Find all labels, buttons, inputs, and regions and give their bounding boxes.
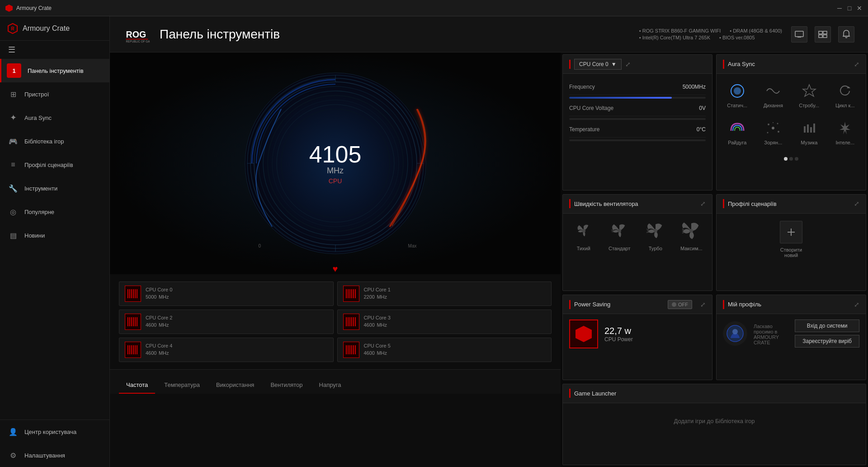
- sidebar-item-settings[interactable]: ⚙ Налаштування: [0, 443, 109, 467]
- fan-item-silent[interactable]: Тихий: [567, 218, 600, 255]
- core-card-value-0: 5000 MHz: [146, 292, 328, 300]
- temperature-bar: [569, 139, 706, 141]
- game-launcher-content: Додати ігри до Бібліотека ігор: [563, 403, 866, 439]
- aura-item-music[interactable]: Музика: [793, 115, 826, 149]
- tab-frequency[interactable]: Частота: [119, 377, 155, 394]
- svg-rect-40: [810, 127, 812, 133]
- login-button[interactable]: Вхід до системи: [795, 319, 859, 332]
- panel-accent-scenarios: [723, 199, 724, 208]
- expand-scenarios-button[interactable]: ⤢: [854, 200, 859, 207]
- notification-button[interactable]: [838, 26, 854, 43]
- fan-item-standard[interactable]: Стандарт: [604, 218, 636, 255]
- core-card-value-3: 4600 MHz: [364, 320, 546, 329]
- sidebar-item-tools[interactable]: 🔧 Інструменти: [0, 176, 109, 200]
- fan-silent-label: Тихий: [577, 246, 590, 251]
- restore-button[interactable]: □: [846, 5, 853, 11]
- expand-power-button[interactable]: ⤢: [700, 301, 706, 308]
- sidebar-item-dashboard[interactable]: 1 Панель інструментів: [0, 59, 109, 82]
- aura-cycle-label: Цикл к...: [835, 103, 855, 108]
- sidebar-item-news-label: Новини: [24, 232, 45, 239]
- core-icon-inner-0: [127, 289, 138, 298]
- gauge-area: 4105 MHz CPU 0 Max ♥: [110, 52, 561, 274]
- page-title: Панель інструментів: [160, 27, 630, 42]
- aura-item-strobing[interactable]: Стробу...: [793, 78, 826, 112]
- library-icon: 🎮: [8, 136, 18, 146]
- power-icon-inner: [576, 326, 592, 342]
- layout-button[interactable]: [815, 26, 831, 43]
- close-button[interactable]: ✕: [856, 5, 863, 11]
- fan-item-max[interactable]: Максим...: [675, 218, 708, 255]
- aura-item-static[interactable]: Статич...: [721, 78, 754, 112]
- sidebar-item-library[interactable]: 🎮 Бібліотека ігор: [0, 129, 109, 153]
- expand-profile-button[interactable]: ⤢: [854, 301, 859, 308]
- aura-item-starry[interactable]: Зорян...: [757, 115, 790, 149]
- chevron-down-icon: ▼: [611, 61, 617, 67]
- sidebar-item-news[interactable]: ▤ Новини: [0, 224, 109, 247]
- expand-fan-button[interactable]: ⤢: [700, 200, 706, 207]
- tab-usage[interactable]: Використання: [209, 377, 261, 394]
- core-icon-inner-4: [127, 345, 138, 354]
- monitor-button[interactable]: [791, 26, 807, 43]
- main-panel: 4105 MHz CPU 0 Max ♥: [110, 52, 561, 467]
- expand-aura-button[interactable]: ⤢: [854, 61, 859, 68]
- aura-item-rainbow[interactable]: Райдуга: [721, 115, 754, 149]
- aura-dot-1[interactable]: [789, 157, 793, 161]
- power-saving-toggle[interactable]: OFF: [668, 300, 692, 309]
- tab-temperature[interactable]: Температура: [157, 377, 207, 394]
- svg-point-33: [768, 124, 769, 125]
- svg-rect-9: [819, 31, 822, 34]
- temperature-metric-row: Temperature 0°C: [569, 122, 706, 138]
- aura-dot-2[interactable]: [795, 157, 798, 161]
- fan-panel-title: Швидкість вентилятора: [574, 200, 697, 207]
- app-body: R Armoury Crate ☰ 1 Панель інструментів …: [0, 16, 868, 467]
- power-saving-panel: Power Saving OFF ⤢ 22,7 w CPU: [562, 295, 712, 380]
- titlebar-title: Armoury Crate: [16, 5, 833, 11]
- tab-fan[interactable]: Вентилятор: [263, 377, 310, 394]
- register-button[interactable]: Зареєструйте виріб: [795, 335, 859, 348]
- profile-panel-title: Мій профіль: [728, 301, 850, 308]
- sidebar-item-aura[interactable]: ✦ Aura Sync: [0, 106, 109, 129]
- my-profile-panel: Мій профіль ⤢ Ласкаво просимо в: [716, 295, 866, 380]
- cpu-core-panel: CPU Core 0 ▼ ⤢ Frequency 5000MHz: [562, 54, 712, 191]
- panel-accent-power: [569, 300, 571, 309]
- sidebar-item-tools-label: Інструменти: [24, 185, 57, 192]
- power-icon: [569, 319, 598, 348]
- sidebar-item-dashboard-label: Панель інструментів: [28, 67, 84, 74]
- aura-item-smart[interactable]: Інтеле...: [829, 115, 862, 149]
- sidebar-item-settings-label: Налаштування: [24, 452, 65, 459]
- sidebar-item-scenarios[interactable]: ≡ Профілі сценаріїв: [0, 153, 109, 176]
- fan-item-turbo[interactable]: Турбо: [639, 218, 672, 255]
- hamburger-button[interactable]: ☰: [0, 41, 109, 59]
- tab-voltage[interactable]: Напруга: [312, 377, 349, 394]
- aura-item-cycle[interactable]: Цикл к...: [829, 78, 862, 112]
- profile-buttons: Вхід до системи Зареєструйте виріб: [795, 319, 859, 348]
- fan-panel-header: Швидкість вентилятора ⤢: [563, 195, 712, 214]
- table-row: CPU Core 5 4600 MHz: [337, 338, 552, 362]
- aura-item-breathing[interactable]: Дихання: [757, 78, 790, 112]
- dashboard-badge: 1: [7, 63, 21, 78]
- sidebar-item-popular[interactable]: ◎ Популярне: [0, 200, 109, 224]
- user-center-icon: 👤: [8, 427, 18, 437]
- sidebar: R Armoury Crate ☰ 1 Панель інструментів …: [0, 16, 110, 467]
- minimize-button[interactable]: ─: [836, 5, 843, 11]
- cpu-core-select[interactable]: CPU Core 0 ▼: [574, 59, 622, 70]
- profile-panel-header: Мій профіль ⤢: [717, 295, 866, 314]
- expand-cpu-core-button[interactable]: ⤢: [625, 61, 631, 68]
- sidebar-item-devices[interactable]: ⊞ Пристрої: [0, 82, 109, 106]
- aura-sync-panel: Aura Sync ⤢ Статич...: [716, 54, 866, 191]
- svg-rect-11: [819, 35, 822, 38]
- sidebar-item-user-center[interactable]: 👤 Центр користувача: [0, 420, 109, 443]
- sidebar-logo[interactable]: R Armoury Crate: [0, 16, 109, 41]
- temperature-label: Temperature: [569, 126, 599, 133]
- fan-standard-label: Стандарт: [609, 246, 631, 251]
- svg-point-46: [654, 229, 657, 233]
- svg-rect-38: [804, 126, 806, 133]
- right-panels: CPU Core 0 ▼ ⤢ Frequency 5000MHz: [561, 52, 868, 467]
- core-card-info-1: CPU Core 1 2200 MHz: [364, 287, 546, 300]
- power-watt-value: 22,7 w: [604, 326, 633, 336]
- header-actions: [791, 26, 854, 43]
- gauge-max-label: Max: [408, 243, 417, 248]
- sidebar-bottom: 👤 Центр користувача ⚙ Налаштування: [0, 419, 109, 467]
- create-new-button[interactable]: [780, 221, 802, 243]
- aura-dot-0[interactable]: [784, 157, 788, 161]
